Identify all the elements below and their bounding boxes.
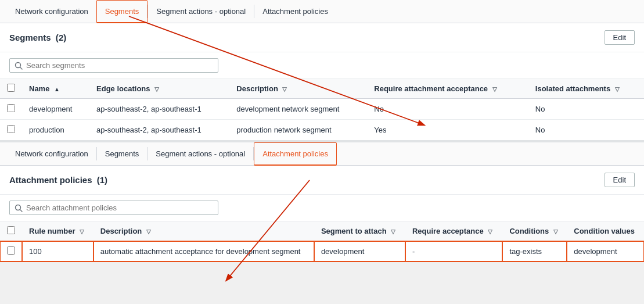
attachment-policies-search-input[interactable] <box>26 203 213 212</box>
cell-edge-development: ap-southeast-2, ap-southeast-1 <box>89 99 229 120</box>
row-checkbox-production[interactable] <box>7 125 15 133</box>
sort-icon-seg-attach: ▽ <box>391 228 395 235</box>
attachment-policies-search-wrap <box>9 201 218 215</box>
tab-attachment-policies-top[interactable]: Attachment policies <box>254 0 336 23</box>
cell-req-development: No <box>367 99 528 120</box>
cell-desc-development: development network segment <box>229 99 367 120</box>
tab-segments-bottom[interactable]: Segments <box>97 142 147 166</box>
col-condition-values: Condition values <box>567 221 644 241</box>
segments-count: (2) <box>53 33 67 42</box>
cell-ap-require-acceptance: - <box>405 241 503 262</box>
sort-icon-rule: ▽ <box>80 228 84 235</box>
segments-header: Segments (2) Edit <box>0 23 644 52</box>
cell-name-production: production <box>22 120 89 141</box>
row-checkbox-development[interactable] <box>7 104 15 112</box>
segments-table: Name ▲ Edge locations ▽ Description ▽ <box>0 79 644 140</box>
tab-attachment-policies-bottom[interactable]: Attachment policies <box>254 142 337 166</box>
search-icon-policies <box>15 204 23 212</box>
table-row-policy: 100 automatic attachment acceptance for … <box>0 241 644 262</box>
table-row: production ap-southeast-2, ap-southeast-… <box>0 120 644 141</box>
policies-select-all-checkbox[interactable] <box>7 226 15 234</box>
cell-conditions: tag-exists <box>502 241 567 262</box>
cell-condition-values: development <box>567 241 644 262</box>
attachment-policies-edit-button[interactable]: Edit <box>605 173 635 187</box>
col-rule-number[interactable]: Rule number ▽ <box>22 221 93 241</box>
col-ap-require-acceptance[interactable]: Require acceptance ▽ <box>405 221 503 241</box>
attachment-policies-table: Rule number ▽ Description ▽ Segment to a… <box>0 221 644 262</box>
attachment-policies-title: Attachment policies <box>9 175 92 185</box>
table-row: development ap-southeast-2, ap-southeast… <box>0 99 644 120</box>
col-isolated[interactable]: Isolated attachments ▽ <box>528 79 644 99</box>
sort-icon-ap-desc: ▽ <box>146 228 151 235</box>
cell-req-production: Yes <box>367 120 528 141</box>
cell-ap-description: automatic attachment acceptance for deve… <box>93 241 314 262</box>
col-name[interactable]: Name ▲ <box>22 79 89 99</box>
attachment-policies-section: Attachment policies (1) Edit <box>0 166 644 262</box>
search-icon <box>15 62 23 70</box>
cell-segment-to-attach: development <box>314 241 405 262</box>
attachment-policies-search-bar <box>0 195 644 221</box>
sort-icon-req: ▽ <box>492 86 497 92</box>
svg-line-4 <box>20 67 23 69</box>
sort-up-icon: ▲ <box>54 86 60 92</box>
sort-icon-ap-req: ▽ <box>488 228 492 235</box>
attachment-policies-count: (1) <box>95 175 108 185</box>
segments-search-bar <box>0 52 644 79</box>
sort-icon-edge: ▽ <box>154 86 159 92</box>
segments-select-all-checkbox[interactable] <box>7 84 15 92</box>
col-edge-locations[interactable]: Edge locations ▽ <box>89 79 229 99</box>
segments-search-input[interactable] <box>26 61 213 70</box>
tab-segment-actions-top[interactable]: Segment actions - optional <box>148 0 254 23</box>
segments-title: Segments <box>9 33 51 42</box>
row-checkbox-policy-1[interactable] <box>7 246 15 255</box>
tab-network-config-top[interactable]: Network configuration <box>7 0 96 23</box>
cell-iso-development: No <box>528 99 644 120</box>
sort-icon-cond: ▽ <box>553 228 558 235</box>
cell-iso-production: No <box>528 120 644 141</box>
col-require-acceptance[interactable]: Require attachment acceptance ▽ <box>367 79 528 99</box>
sort-icon-iso: ▽ <box>615 86 620 92</box>
sort-icon-desc: ▽ <box>282 86 287 92</box>
svg-line-6 <box>20 209 23 212</box>
tab-segment-actions-bottom[interactable]: Segment actions - optional <box>147 142 253 166</box>
top-tab-bar: Network configuration Segments Segment a… <box>0 0 644 23</box>
cell-name-development: development <box>22 99 89 120</box>
bottom-panel: Network configuration Segments Segment a… <box>0 142 644 262</box>
col-conditions[interactable]: Conditions ▽ <box>502 221 567 241</box>
cell-desc-production: production network segment <box>229 120 367 141</box>
segments-edit-button[interactable]: Edit <box>605 30 635 45</box>
tab-network-config-bottom[interactable]: Network configuration <box>7 142 96 166</box>
segments-section: Segments (2) Edit <box>0 23 644 140</box>
attachment-policies-header: Attachment policies (1) Edit <box>0 166 644 195</box>
col-description[interactable]: Description ▽ <box>229 79 367 99</box>
segments-search-wrap <box>9 58 218 73</box>
bottom-tab-bar: Network configuration Segments Segment a… <box>0 142 644 166</box>
col-ap-description[interactable]: Description ▽ <box>93 221 314 241</box>
tab-segments-top[interactable]: Segments <box>96 0 148 23</box>
col-segment-to-attach[interactable]: Segment to attach ▽ <box>314 221 405 241</box>
cell-edge-production: ap-southeast-2, ap-southeast-1 <box>89 120 229 141</box>
cell-rule-number: 100 <box>22 241 93 262</box>
